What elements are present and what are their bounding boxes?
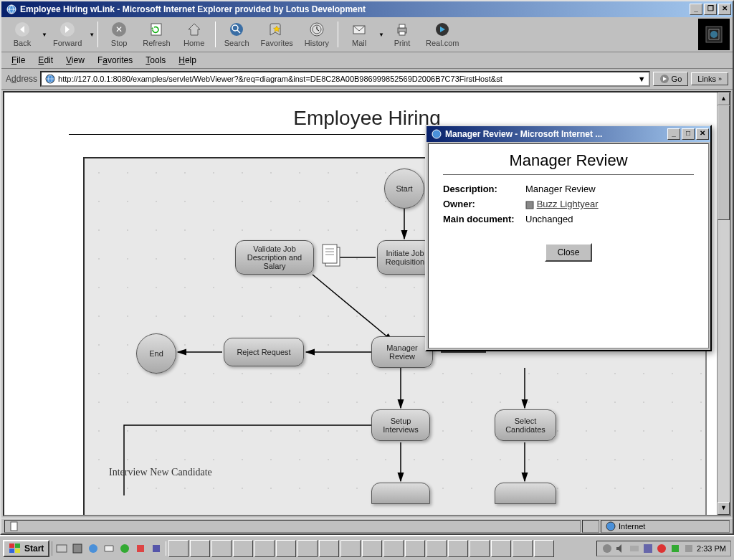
popup-close-button[interactable]: ✕ [696, 128, 709, 140]
tray-icon[interactable] [629, 543, 640, 554]
history-button[interactable]: History [299, 20, 335, 49]
task-button[interactable] [426, 540, 447, 557]
realcom-label: Real.com [426, 39, 459, 47]
node-setup-interviews[interactable]: Setup Interviews [371, 409, 430, 441]
node-reject-request[interactable]: Reject Request [224, 338, 304, 366]
search-button[interactable]: Search [219, 20, 255, 49]
forward-icon [59, 22, 75, 37]
home-button[interactable]: Home [176, 20, 212, 49]
address-input[interactable]: http://127.0.0.1:8080/examples/servlet/W… [40, 71, 650, 87]
node-manager-review[interactable]: Manager Review [371, 336, 433, 368]
menu-file[interactable]: File [6, 54, 31, 67]
task-button[interactable] [534, 540, 554, 557]
tray-icon[interactable] [642, 543, 654, 554]
favorites-button[interactable]: Favorites [255, 20, 299, 49]
svg-text:✕: ✕ [115, 24, 123, 34]
task-button[interactable] [340, 540, 361, 557]
node-end[interactable]: End [136, 333, 176, 374]
task-button[interactable] [276, 540, 296, 557]
popup-minimize-button[interactable]: _ [667, 128, 680, 140]
svg-rect-41 [9, 544, 14, 548]
main-toolbar: Back ▼ Forward ▼ ✕ Stop Refresh Home Sea… [1, 17, 733, 52]
svg-rect-15 [399, 24, 405, 28]
forward-button[interactable]: Forward [47, 20, 87, 49]
back-dropdown-icon[interactable]: ▼ [42, 32, 47, 38]
mail-button[interactable]: Mail [341, 20, 377, 49]
volume-icon[interactable] [615, 543, 626, 554]
ql-icon[interactable] [70, 541, 85, 556]
ql-icon[interactable] [54, 541, 69, 556]
minimize-button[interactable]: _ [690, 4, 702, 15]
node-partial-bottom-left[interactable] [371, 483, 430, 504]
menu-help[interactable]: Help [173, 54, 202, 67]
links-label: Links [697, 75, 716, 83]
status-page-icon [9, 521, 19, 531]
task-button[interactable] [319, 540, 339, 557]
go-button[interactable]: Go [653, 72, 689, 86]
ql-icon[interactable] [102, 541, 116, 556]
popup-close-action-button[interactable]: Close [545, 243, 593, 262]
svg-rect-53 [644, 544, 652, 553]
task-button[interactable] [491, 540, 511, 557]
print-button[interactable]: Print [384, 20, 420, 49]
tray-icon[interactable] [683, 543, 695, 554]
back-button[interactable]: Back [4, 20, 40, 49]
popup-titlebar[interactable]: Manager Review - Microsoft Internet ... … [426, 126, 710, 142]
task-button[interactable] [211, 540, 232, 557]
owner-link[interactable]: Buzz Lightyear [537, 199, 599, 209]
scroll-up-button[interactable]: ▲ [718, 92, 730, 105]
scroll-down-button[interactable]: ▼ [718, 502, 730, 515]
system-tray[interactable]: 2:33 PM [596, 541, 731, 556]
task-button[interactable] [448, 540, 468, 557]
task-button[interactable] [405, 540, 425, 557]
popup-window[interactable]: Manager Review - Microsoft Internet ... … [425, 125, 712, 351]
task-button[interactable] [190, 540, 210, 557]
menu-favorites[interactable]: Favorites [92, 54, 138, 67]
node-partial-bottom-right[interactable] [495, 483, 556, 504]
menu-tools[interactable]: Tools [140, 54, 171, 67]
tray-icon[interactable] [656, 543, 667, 554]
vertical-scrollbar[interactable]: ▲ ▼ [717, 92, 730, 515]
ql-icon[interactable] [133, 541, 148, 556]
task-button[interactable] [513, 540, 533, 557]
task-button[interactable] [470, 540, 490, 557]
history-label: History [305, 39, 329, 47]
stop-button[interactable]: ✕ Stop [101, 20, 137, 49]
svg-rect-5 [151, 24, 161, 35]
task-button[interactable] [168, 540, 189, 557]
forward-dropdown-icon[interactable]: ▼ [89, 32, 95, 38]
taskbar-buttons [168, 540, 594, 557]
svg-rect-50 [153, 545, 160, 552]
status-main [4, 520, 581, 533]
scroll-thumb[interactable] [718, 105, 730, 220]
tray-icon[interactable] [601, 543, 613, 554]
task-button[interactable] [254, 540, 275, 557]
scroll-track[interactable] [718, 105, 730, 502]
task-button[interactable] [362, 540, 382, 557]
node-select-candidates[interactable]: Select Candidates [495, 409, 556, 441]
ql-icon[interactable] [118, 541, 132, 556]
node-start[interactable]: Start [384, 169, 424, 209]
taskbar: Start 2:33 PM [0, 535, 734, 560]
mail-dropdown-icon[interactable]: ▼ [378, 32, 384, 38]
node-validate-job[interactable]: Validate Job Description and Salary [235, 240, 314, 275]
desc-label: Description: [443, 184, 525, 194]
ql-icon[interactable] [149, 541, 163, 556]
popup-maximize-button[interactable]: □ [682, 128, 695, 140]
menu-edit[interactable]: Edit [32, 54, 59, 67]
start-button[interactable]: Start [3, 540, 49, 557]
ql-icon[interactable] [86, 541, 100, 556]
task-button[interactable] [297, 540, 318, 557]
tray-icon[interactable] [669, 543, 681, 554]
restore-button[interactable]: ❐ [704, 4, 717, 15]
links-chevron-icon: » [718, 75, 722, 82]
main-titlebar[interactable]: Employee Hiring wLink - Microsoft Intern… [1, 1, 733, 17]
close-button[interactable]: ✕ [718, 4, 731, 15]
task-button[interactable] [383, 540, 404, 557]
links-button[interactable]: Links » [691, 72, 728, 85]
task-button[interactable] [233, 540, 253, 557]
refresh-button[interactable]: Refresh [137, 20, 176, 49]
address-dropdown-icon[interactable]: ▼ [638, 75, 646, 83]
realcom-button[interactable]: Real.com [420, 20, 464, 49]
menu-view[interactable]: View [60, 54, 90, 67]
